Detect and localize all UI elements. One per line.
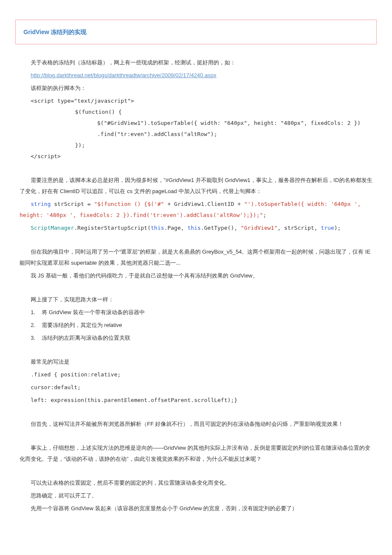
- list-item: 3.冻结列的左距离与滚动条的位置关联: [31, 332, 372, 344]
- code-line: });: [31, 140, 372, 151]
- paragraph: 思路确定，就可以开工了。: [20, 490, 372, 501]
- title-box: GridView 冻结列的实现: [15, 20, 377, 44]
- code-line: .find("tr:even").addClass("altRow");: [31, 129, 372, 140]
- code-text: .Page,: [164, 225, 187, 231]
- css-code-line: cursor:default;: [20, 382, 372, 393]
- code-text: );: [334, 225, 341, 231]
- reference-link[interactable]: http://blog.darkthread.net/blogs/darkthr…: [20, 70, 372, 81]
- steps-list: 1.将 GridView 装在一个带有滚动条的容器中 2.需要冻结的列，其定位为…: [20, 307, 372, 344]
- css-code-line: left: expression(this.parentElement.offs…: [20, 395, 372, 406]
- intro-text: 关于表格的冻结列（冻结标题），网上有一些现成的框架，经测试，挺好用的，如：: [20, 57, 372, 68]
- class-name: ScriptManager: [31, 225, 74, 231]
- paragraph: 事实上，仔细想想，上述实现方法的思维是逆向的——GridView 的其他列实际上…: [20, 442, 372, 465]
- keyword: this: [151, 225, 164, 231]
- code-text: , strScript,: [277, 225, 321, 231]
- code-text: + GridView1.ClientID +: [164, 201, 244, 207]
- code-text: strScript =: [51, 201, 94, 207]
- paragraph: 先用一个容器将 GridView 装起来（该容器的宽度显然会小于 GridVie…: [20, 503, 372, 514]
- code-text: .RegisterStartupScript(: [74, 225, 151, 231]
- page-title: GridView 冻结列的实现: [23, 29, 86, 35]
- css-code-line: .fixed { position:relative;: [20, 369, 372, 380]
- string-literal: "$(function () {$('#": [94, 201, 164, 207]
- paragraph: 我 JS 基础一般，看他们的代码很吃力，于是就自己设想做一个具有冻结列效果的 G…: [20, 270, 372, 281]
- list-number: 1.: [31, 307, 42, 318]
- paragraph: 网上搜了下，实现思路大体一样：: [20, 294, 372, 305]
- cs-code-line-1: string strScript = "$(function () {$('#"…: [20, 199, 372, 221]
- code-line: $(function() {: [31, 107, 372, 118]
- paragraph: 但首先，这种写法并不能被所有浏览器所解析（FF 好像就不行），而且可固定的列在滚…: [20, 419, 372, 430]
- code-line: $("#GridView1").toSuperTable({ width: "6…: [31, 118, 372, 129]
- cs-code-line-2: ScriptManager.RegisterStartupScript(this…: [20, 223, 372, 234]
- script-label: 该框架的执行脚本为：: [20, 83, 372, 94]
- paragraph: 但在我的项目中，同时运用了另一个“遮罩层”的框架，就是大名鼎鼎的 GreyBox…: [20, 246, 372, 269]
- string-literal: "GridView1": [241, 225, 277, 231]
- code-line: </script>: [31, 151, 372, 162]
- article-body: 关于表格的冻结列（冻结标题），网上有一些现成的框架，经测试，挺好用的，如： ht…: [0, 57, 392, 533]
- keyword: string: [31, 201, 51, 207]
- keyword: true: [321, 225, 334, 231]
- keyword: this: [187, 225, 201, 231]
- list-text: 冻结列的左距离与滚动条的位置关联: [42, 335, 130, 341]
- code-text: .GetType(),: [201, 225, 241, 231]
- paragraph: 可以先让表格的位置固定，然后不需要的固定的列，其位置随滚动条变化而变化。: [20, 477, 372, 489]
- list-number: 2.: [31, 320, 42, 331]
- list-text: 需要冻结的列，其定位为 relative: [42, 322, 122, 328]
- list-item: 1.将 GridView 装在一个带有滚动条的容器中: [31, 307, 372, 318]
- code-text: ;: [263, 212, 266, 218]
- note-paragraph: 需要注意的是，该脚本未必总是好用，因为很多时候，"#GridView1 并不能取…: [20, 175, 372, 197]
- code-line: <script type="text/javascript">: [31, 95, 372, 107]
- list-item: 2.需要冻结的列，其定位为 relative: [31, 320, 372, 331]
- paragraph: 最常见的写法是: [20, 356, 372, 367]
- list-number: 3.: [31, 332, 42, 344]
- list-text: 将 GridView 装在一个带有滚动条的容器中: [42, 309, 145, 315]
- js-code-block: <script type="text/javascript"> $(functi…: [31, 95, 372, 162]
